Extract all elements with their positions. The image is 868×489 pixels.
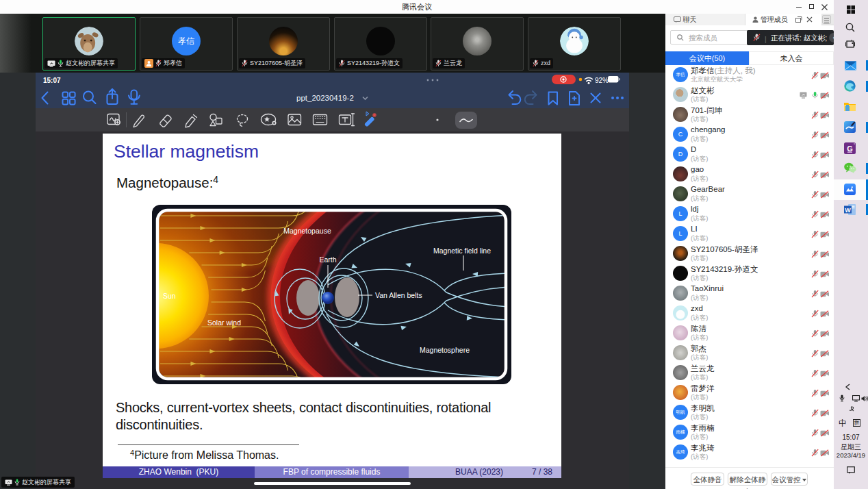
svg-text:Magnetosphere: Magnetosphere: [420, 346, 470, 354]
svg-text:Magnetopause: Magnetopause: [283, 227, 331, 235]
svg-text:Sun: Sun: [163, 292, 176, 300]
svg-text:W: W: [845, 207, 851, 214]
svg-text:Earth: Earth: [319, 255, 336, 264]
svg-text:92%: 92%: [595, 77, 609, 84]
svg-text:15:07: 15:07: [43, 77, 61, 84]
svg-text:Van Allen belts: Van Allen belts: [375, 291, 422, 299]
svg-text:Magnetic field line: Magnetic field line: [433, 247, 491, 255]
svg-text:ppt_20230419-2: ppt_20230419-2: [296, 94, 354, 102]
svg-text:G: G: [847, 145, 853, 153]
svg-text:Solar wind: Solar wind: [207, 318, 241, 327]
